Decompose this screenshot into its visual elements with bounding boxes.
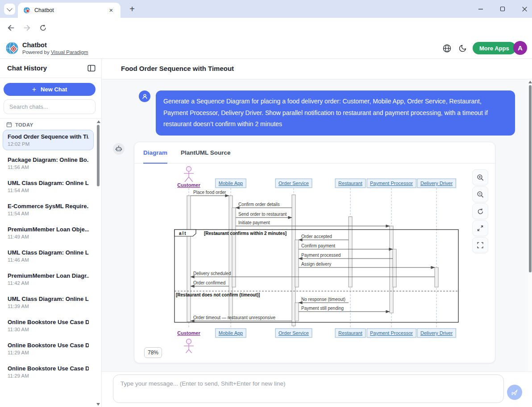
chat-item-time: 11:29 AM [8,350,89,355]
zoom-in-button[interactable] [472,169,488,185]
message-label: Assign delivery [301,262,331,267]
diagram-toolbar [472,169,488,253]
chat-item-title: PremiumMember Loan Diagr... [8,272,89,279]
visual-paradigm-link[interactable]: Visual Paradigm [51,49,88,55]
chat-item-time: 11:54 AM [8,188,89,193]
chat-item-time: 11:56 AM [8,164,89,170]
actor-figure [184,167,194,182]
back-button[interactable] [4,21,17,34]
message-label: No response (timeout) [301,297,345,302]
activation-bar [435,267,438,287]
chat-item-title: Food Order Sequence with Ti... [8,133,89,140]
fit-screen-button[interactable] [472,220,488,236]
language-globe-icon[interactable] [442,43,452,53]
chat-item-time: 11:46 AM [8,257,89,263]
chat-history-list: Food Order Sequence with Ti...12:02 PMPa… [0,130,96,407]
actor-label: Customer [177,330,200,336]
send-plane-icon [511,389,518,396]
new-chat-button[interactable]: + New Chat [4,83,96,96]
participant-label: Order Service [278,181,309,186]
sidebar-scrollbar[interactable] [96,119,100,406]
chat-history-item[interactable]: UML Class Diagram: Online L...11:39 AM [3,292,94,312]
chat-item-time: 11:30 AM [8,327,89,332]
message-label: Initiate payment [238,220,270,225]
tab-diagram[interactable]: Diagram [143,142,167,163]
browser-tab[interactable]: Chatbot × [18,3,121,18]
collapse-sidebar-icon[interactable] [87,64,96,73]
send-button[interactable] [507,385,522,400]
diagram-viewport[interactable]: alt[Restaurant confirms within 2 minutes… [134,164,495,363]
scroll-down-icon[interactable] [96,403,100,406]
message-label: Order confirmed [193,280,225,285]
activation-bar [295,303,299,321]
app-header: Chatbot Powered by Visual Paradigm More … [0,37,532,59]
more-apps-button[interactable]: More Apps [473,42,516,54]
new-tab-button[interactable]: + [126,3,138,15]
activation-bar [187,196,191,322]
message-label: Delivery scheduled [193,271,231,276]
chat-scroll-up-icon[interactable] [528,81,532,83]
participant-label: Delivery Driver [420,330,453,336]
fullscreen-button[interactable] [472,237,488,253]
chat-history-sidebar: Chat History + New Chat TODAY Food Order… [0,59,102,407]
chat-history-item[interactable]: Online Bookstore Use Case D...11:30 AM [3,315,94,336]
diagram-canvas[interactable]: alt[Restaurant confirms within 2 minutes… [171,165,461,353]
participant-label: Payment Processor [370,330,413,336]
user-avatar[interactable]: A [513,41,527,55]
robot-icon [115,145,122,152]
chat-item-title: PremiumMember Loan Obje... [8,226,89,233]
chat-scrollbar[interactable] [528,79,532,371]
zoom-out-button[interactable] [472,186,488,202]
chat-item-title: E-Commerce SysML Require... [8,203,89,210]
chat-history-item[interactable]: PremiumMember Loan Obje...11:49 AM [3,222,94,243]
message-label: Payment still pending [301,306,344,311]
message-input-bar [102,371,532,407]
chat-history-item[interactable]: Online Bookstore Use Case D...11:29 AM [3,338,94,359]
bot-avatar [113,143,125,155]
zoom-level-badge: 78% [144,347,162,358]
chat-scroll-thumb[interactable] [529,85,532,272]
alt-fragment-label: alt [179,231,187,236]
reset-zoom-button[interactable] [472,203,488,219]
visual-paradigm-logo [5,41,19,55]
close-window-button[interactable] [521,6,528,12]
participant-label: Restaurant [338,181,362,186]
chat-history-item[interactable]: Package Diagram: Online Bo...11:56 AM [3,153,94,173]
participant-label: Delivery Driver [420,181,453,186]
dark-mode-moon-icon[interactable] [458,43,468,53]
scroll-up-icon[interactable] [97,120,100,123]
forward-button[interactable] [21,21,33,34]
sidebar-divider [0,78,101,78]
chat-history-item[interactable]: PremiumMember Loan Diagr...11:42 AM [3,269,94,289]
sidebar-divider-2 [0,118,101,119]
tab-plantuml-source[interactable]: PlantUML Source [181,142,231,163]
chat-area: Generate a Sequence Diagram for placing … [102,79,532,371]
maximize-button[interactable] [499,6,506,12]
chat-history-item[interactable]: Online Bookstore Use Case D...11:29 AM [3,362,94,382]
person-icon [141,93,148,100]
activation-bar [295,240,299,287]
search-chats-input[interactable] [4,99,96,114]
powered-by: Powered by Visual Paradigm [22,49,88,55]
tab-close-icon[interactable]: × [107,6,115,14]
minimize-button[interactable] [478,6,484,12]
sequence-diagram[interactable]: alt[Restaurant confirms within 2 minutes… [171,165,461,353]
sidebar-title: Chat History [7,64,47,72]
reload-button[interactable] [37,21,49,34]
participant-label: Payment Processor [370,181,413,186]
chat-history-item[interactable]: Food Order Sequence with Ti...12:02 PM [3,130,94,150]
chat-history-item[interactable]: UML Class Diagram: Online L...11:46 AM [3,246,94,266]
diagram-card: Diagram PlantUML Source alt[Restaurant c… [134,142,495,363]
tab-search-button[interactable] [4,4,15,15]
chat-item-time: 12:02 PM [8,141,89,147]
sidebar-scroll-thumb[interactable] [97,125,100,186]
chat-history-item[interactable]: E-Commerce SysML Require...11:54 AM [3,199,94,220]
message-input[interactable] [113,374,504,403]
chat-item-time: 11:29 AM [8,373,89,378]
diagram-card-tabs: Diagram PlantUML Source [134,142,495,164]
chat-history-item[interactable]: UML Class Diagram: Online L...11:54 AM [3,176,94,197]
chevron-down-icon [7,6,12,12]
chat-item-title: UML Class Diagram: Online L... [8,296,89,302]
chat-item-title: UML Class Diagram: Online L... [8,180,89,186]
message-label: Send order to restaurant [238,212,287,217]
